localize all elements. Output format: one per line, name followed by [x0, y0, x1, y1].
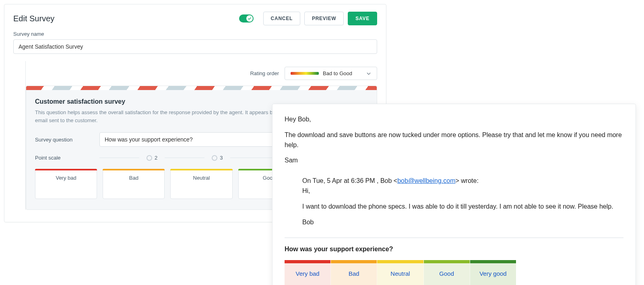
point-scale-option-2[interactable]: 2 [147, 155, 157, 161]
preview-button[interactable]: PREVIEW [304, 12, 344, 25]
rating-card-1[interactable]: Very bad [35, 169, 97, 199]
email-rating-neutral[interactable]: Neutral [377, 260, 423, 285]
survey-name-input[interactable] [13, 39, 377, 54]
rating-order-value: Bad to Good [323, 70, 352, 76]
email-preview-panel: Hey Bob, The download and save buttons a… [272, 104, 636, 285]
point-scale-option-3[interactable]: 3 [212, 155, 223, 161]
email-quote-body: I want to download the phone specs. I wa… [302, 202, 623, 212]
email-quote-header: On Tue, 5 Apr at 6:36 PM , Bob <bob@well… [302, 176, 623, 196]
survey-enabled-toggle[interactable] [239, 14, 254, 23]
email-greeting: Hey Bob, [285, 115, 623, 125]
email-rating-buttons: Very bad Bad Neutral Good Very good [285, 260, 516, 285]
rating-order-label: Rating order [250, 70, 279, 76]
quoted-email-link[interactable]: bob@wellbeing.com [397, 177, 455, 184]
email-rating-good[interactable]: Good [424, 260, 470, 285]
rating-order-select[interactable]: Bad to Good [285, 67, 377, 80]
survey-question-label: Survey question [35, 137, 87, 143]
email-rating-very-bad[interactable]: Very bad [285, 260, 331, 285]
rating-card-2[interactable]: Bad [103, 169, 165, 199]
survey-prompt: How was your support experience? [285, 244, 623, 254]
survey-name-label: Survey name [13, 31, 377, 37]
chevron-down-icon [366, 71, 371, 76]
point-scale-label: Point scale [35, 155, 87, 161]
page-title: Edit Survey [13, 14, 239, 23]
email-rating-very-good[interactable]: Very good [470, 260, 516, 285]
email-body: The download and save buttons are now tu… [285, 130, 623, 150]
airmail-stripe [26, 86, 377, 90]
cancel-button[interactable]: CANCEL [263, 12, 300, 25]
rating-order-row: Rating order Bad to Good [26, 61, 377, 86]
check-icon [246, 15, 253, 22]
rating-card-3[interactable]: Neutral [170, 169, 232, 199]
email-quoted-block: On Tue, 5 Apr at 6:36 PM , Bob <bob@well… [302, 176, 623, 227]
email-quote-signoff: Bob [302, 217, 623, 228]
edit-header: Edit Survey CANCEL PREVIEW SAVE [13, 12, 377, 25]
divider [285, 238, 623, 238]
email-rating-bad[interactable]: Bad [331, 260, 377, 285]
save-button[interactable]: SAVE [348, 12, 377, 25]
gradient-icon [291, 72, 319, 75]
email-signoff: Sam [285, 156, 623, 166]
